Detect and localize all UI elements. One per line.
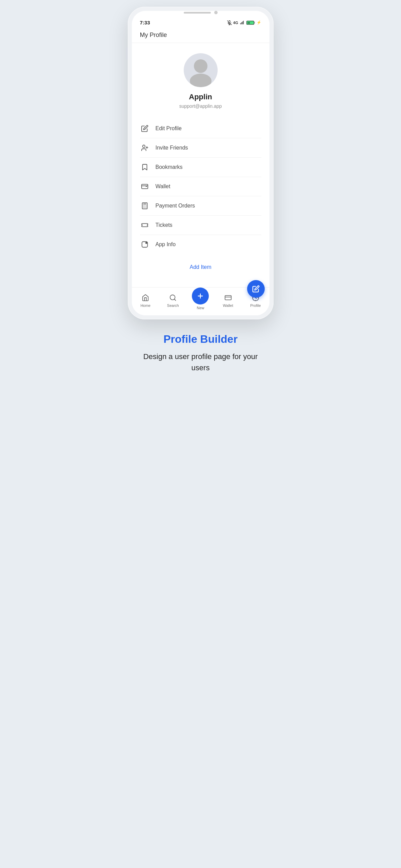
user-name: Applin	[189, 93, 212, 101]
svg-line-30	[175, 299, 176, 300]
network-label: 4G	[233, 21, 238, 25]
svg-rect-16	[142, 203, 147, 209]
bottom-nav: Home Search	[132, 287, 269, 315]
status-icons: 4G 89 ⚡	[227, 20, 261, 25]
ticket-icon	[140, 220, 149, 230]
svg-rect-5	[242, 21, 243, 24]
status-time: 7:33	[140, 20, 150, 25]
add-item-button[interactable]: Add Item	[189, 264, 211, 270]
notch-pill	[184, 12, 211, 14]
svg-text:89: 89	[247, 21, 250, 24]
svg-rect-4	[241, 22, 242, 24]
nav-label-new: New	[197, 306, 204, 310]
pencil-icon	[140, 124, 149, 133]
nav-label-search: Search	[167, 303, 179, 308]
svg-rect-3	[240, 23, 241, 24]
plus-icon	[197, 292, 204, 300]
profile-section: Applin support@applin.app	[132, 43, 269, 116]
add-item-row: Add Item	[132, 257, 269, 280]
menu-label-payment-orders: Payment Orders	[156, 203, 195, 209]
status-bar: 7:33 4G 89 ⚡	[132, 16, 269, 28]
nav-item-home[interactable]: Home	[135, 293, 156, 308]
nav-item-wallet[interactable]: Wallet	[218, 293, 238, 308]
menu-list: Edit Profile Invite Friends	[132, 116, 269, 257]
page-title: My Profile	[140, 32, 167, 38]
menu-label-wallet: Wallet	[156, 183, 171, 190]
avatar-silhouette	[184, 53, 218, 87]
menu-item-bookmarks[interactable]: Bookmarks	[140, 158, 261, 177]
menu-label-app-info: App Info	[156, 241, 176, 248]
edit-fab-button[interactable]	[247, 280, 265, 298]
menu-label-tickets: Tickets	[156, 222, 173, 228]
svg-point-11	[190, 74, 212, 87]
menu-item-edit-profile[interactable]: Edit Profile	[140, 119, 261, 138]
nav-label-profile: Profile	[250, 303, 261, 308]
svg-point-28	[145, 242, 147, 244]
menu-item-tickets[interactable]: Tickets	[140, 216, 261, 235]
phone-frame: 7:33 4G 89 ⚡ My Profile	[128, 7, 274, 319]
menu-item-wallet[interactable]: Wallet	[140, 177, 261, 196]
nav-item-search[interactable]: Search	[163, 293, 183, 308]
menu-item-app-info[interactable]: App Info	[140, 235, 261, 254]
avatar	[184, 53, 218, 87]
menu-label-bookmarks: Bookmarks	[156, 164, 183, 170]
below-description: Design a user profile page for your user…	[138, 351, 263, 373]
svg-point-12	[142, 145, 145, 147]
signal-icon	[240, 20, 245, 25]
phone-screen: 7:33 4G 89 ⚡ My Profile	[132, 11, 269, 315]
below-title: Profile Builder	[138, 333, 263, 346]
mute-icon	[227, 20, 232, 25]
menu-label-edit-profile: Edit Profile	[156, 125, 182, 132]
app-header: My Profile	[132, 28, 269, 43]
nav-label-wallet: Wallet	[223, 303, 233, 308]
menu-label-invite-friends: Invite Friends	[156, 145, 188, 151]
notch-dot	[214, 11, 218, 14]
menu-item-invite-friends[interactable]: Invite Friends	[140, 138, 261, 158]
bookmark-icon	[140, 162, 149, 172]
battery-icon: 89	[246, 20, 255, 25]
new-button[interactable]	[192, 288, 209, 304]
below-phone-section: Profile Builder Design a user profile pa…	[128, 319, 274, 373]
notch-area	[132, 11, 269, 16]
nav-item-new[interactable]: New	[190, 291, 210, 310]
fab-pencil-icon	[252, 285, 260, 293]
menu-item-payment-orders[interactable]: Payment Orders	[140, 196, 261, 216]
nav-label-home: Home	[140, 303, 150, 308]
user-email: support@applin.app	[179, 103, 222, 109]
house-icon	[141, 293, 150, 302]
svg-rect-6	[243, 21, 244, 24]
calculator-icon	[140, 201, 149, 211]
nav-wallet-icon	[224, 293, 233, 302]
search-icon	[168, 293, 177, 302]
wallet-icon	[140, 182, 149, 191]
svg-rect-33	[225, 296, 231, 300]
svg-rect-8	[254, 22, 255, 23]
svg-point-10	[194, 59, 207, 73]
app-info-icon	[140, 240, 149, 249]
charging-icon: ⚡	[257, 20, 261, 25]
user-plus-icon	[140, 143, 149, 153]
